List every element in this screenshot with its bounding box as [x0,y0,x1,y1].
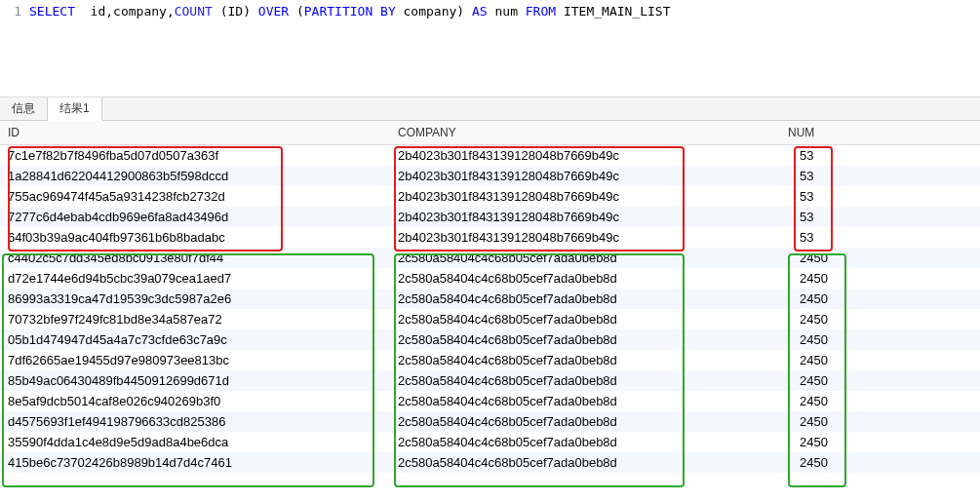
annotation-red-id [8,146,283,251]
table-header-row: ID COMPANY NUM [0,121,980,145]
sql-line: 1 SELECT id,company,COUNT (ID) OVER (PAR… [0,4,980,19]
results-panel[interactable]: ID COMPANY NUM 7c1e7f82b7f8496fba5d07d05… [0,121,980,502]
column-header-num[interactable]: NUM [780,121,980,145]
sql-text[interactable]: SELECT id,company,COUNT (ID) OVER (PARTI… [29,4,671,19]
annotation-red-num [794,146,833,251]
line-number: 1 [0,4,29,19]
column-header-id[interactable]: ID [0,121,390,145]
result-tabs: 信息 结果1 [0,97,980,121]
annotation-green-company [394,253,685,487]
results-wrapper: ID COMPANY NUM 7c1e7f82b7f8496fba5d07d05… [0,121,980,473]
annotation-red-company [394,146,685,251]
annotation-green-id [2,253,374,487]
tab-result1[interactable]: 结果1 [48,97,102,121]
tab-info[interactable]: 信息 [0,97,48,120]
annotation-green-num [788,253,846,487]
column-header-company[interactable]: COMPANY [390,121,780,145]
sql-editor[interactable]: 1 SELECT id,company,COUNT (ID) OVER (PAR… [0,0,980,97]
